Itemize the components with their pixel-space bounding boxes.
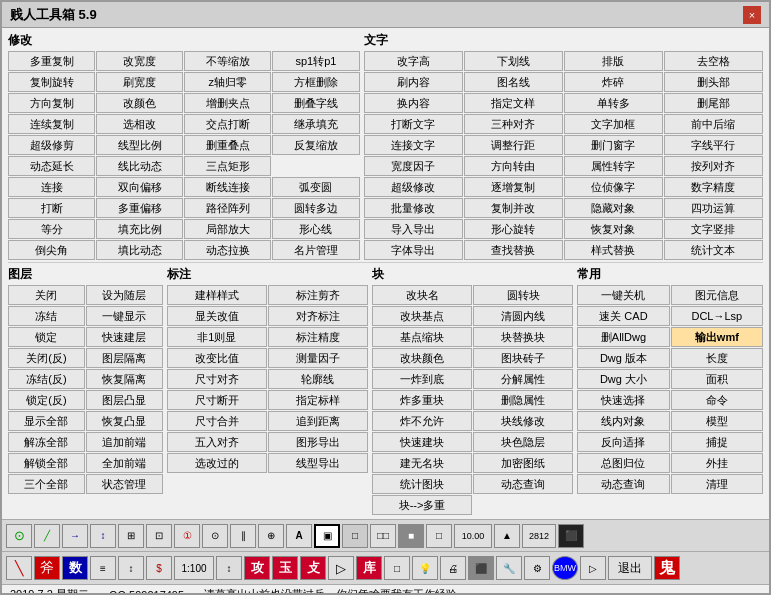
list-item[interactable]: 局部放大 [184,219,271,239]
list-item[interactable]: 增删夹点 [184,93,271,113]
list-item[interactable]: 形心线 [272,219,359,239]
list-item[interactable]: 清圆内线 [473,306,573,326]
list-item[interactable]: 面积 [671,369,763,389]
list-item[interactable]: 炸不允许 [372,411,472,431]
list-item[interactable]: 建无名块 [372,453,472,473]
close-button[interactable]: × [743,6,761,24]
list-item[interactable]: 标注精度 [268,327,368,347]
list-item[interactable]: 三种对齐 [464,114,563,134]
list-item[interactable]: 方向转由 [464,156,563,176]
list-item[interactable]: 四功运算 [664,198,763,218]
list-item[interactable]: 测量因子 [268,348,368,368]
list-item[interactable]: 改块基点 [372,306,472,326]
tb2-slash[interactable]: ╲ [6,556,32,580]
list-item[interactable]: 一键显示 [86,306,163,326]
list-item[interactable]: 统计文本 [664,240,763,260]
list-item[interactable]: 指定标样 [268,390,368,410]
list-item[interactable]: 名片管理 [272,240,359,260]
tb-line[interactable]: ╱ [34,524,60,548]
tb-num2[interactable]: 2812 [522,524,556,548]
list-item[interactable]: 连接文字 [364,135,463,155]
list-item[interactable]: 块色隐层 [473,432,573,452]
list-item[interactable]: 换内容 [364,93,463,113]
tb2-dollar[interactable]: $ [146,556,172,580]
list-item[interactable]: 超级修改 [364,177,463,197]
list-item[interactable]: 模型 [671,411,763,431]
list-item[interactable]: 多重复制 [8,51,95,71]
tb-sqr1[interactable]: ▣ [314,524,340,548]
list-item[interactable]: DCL→Lsp [671,306,763,326]
list-item[interactable]: 显关改值 [167,306,267,326]
list-item[interactable]: 线内对象 [577,411,669,431]
list-item[interactable]: 总图归位 [577,453,669,473]
list-item[interactable]: 块替换块 [473,327,573,347]
list-item[interactable]: 复制旋转 [8,72,95,92]
list-item[interactable]: 建样样式 [167,285,267,305]
list-item[interactable]: 文字加框 [564,114,663,134]
tb-box2[interactable]: ⊙ [202,524,228,548]
list-item[interactable]: 删隐属性 [473,390,573,410]
list-item[interactable]: 排版 [564,51,663,71]
list-item[interactable]: 关闭(反) [8,348,85,368]
list-item[interactable]: 锁定 [8,327,85,347]
list-item[interactable]: 三点矩形 [184,156,271,176]
list-item[interactable]: 追到距离 [268,411,368,431]
list-item[interactable]: 设为随层 [86,285,163,305]
list-item[interactable]: 改块颜色 [372,348,472,368]
list-item[interactable]: 下划线 [464,51,563,71]
list-item[interactable]: 显示全部 [8,411,85,431]
list-item[interactable]: 改颜色 [96,93,183,113]
list-item[interactable]: 速关 CAD [577,306,669,326]
tb-updown[interactable]: ↕ [90,524,116,548]
list-item[interactable]: 一键关机 [577,285,669,305]
tb2-tri[interactable]: ▷ [328,556,354,580]
tb2-axe[interactable]: 斧 [34,556,60,580]
list-item[interactable]: 连接 [8,177,95,197]
list-item[interactable]: 尺寸对齐 [167,369,267,389]
list-item[interactable]: 关闭 [8,285,85,305]
list-item[interactable]: Dwg 版本 [577,348,669,368]
list-item[interactable]: 交点打断 [184,114,271,134]
list-item[interactable]: 按列对齐 [664,156,763,176]
tb2-frame[interactable]: □ [384,556,410,580]
tb-tri[interactable]: ▲ [494,524,520,548]
list-item[interactable]: 块线修改 [473,411,573,431]
tb2-printer[interactable]: 🖨 [440,556,466,580]
list-item[interactable]: 解冻全部 [8,432,85,452]
tb-num1[interactable]: 10.00 [454,524,492,548]
list-item[interactable]: 加密图纸 [473,453,573,473]
tb-plus[interactable]: ⊕ [258,524,284,548]
list-item[interactable]: 清理 [671,474,763,494]
list-item[interactable]: 删门窗字 [564,135,663,155]
tb-blk[interactable]: ⬛ [558,524,584,548]
list-item[interactable]: 炸多重块 [372,390,472,410]
list-item[interactable]: 刷宽度 [96,72,183,92]
tb2-bmw[interactable]: BMW [552,556,578,580]
list-item[interactable]: 等分 [8,219,95,239]
list-item[interactable]: 图层隔离 [86,348,163,368]
list-item[interactable]: 不等缩放 [184,51,271,71]
list-item[interactable]: 对齐标注 [268,306,368,326]
list-item[interactable]: 动态查询 [577,474,669,494]
list-item[interactable]: 捕捉 [671,432,763,452]
list-item[interactable]: 圆转块 [473,285,573,305]
list-item[interactable]: 输出wmf [671,327,763,347]
tb2-ghost[interactable]: 鬼 [654,556,680,580]
list-item[interactable]: 路径阵列 [184,198,271,218]
list-item[interactable]: 多重偏移 [96,198,183,218]
list-item[interactable]: 指定文样 [464,93,563,113]
list-item[interactable]: 改宽度 [96,51,183,71]
list-item[interactable]: 五入对齐 [167,432,267,452]
list-item[interactable]: 线型导出 [268,453,368,473]
list-item[interactable]: 批量修改 [364,198,463,218]
list-item[interactable]: 单转多 [564,93,663,113]
list-item[interactable]: 方框删除 [272,72,359,92]
list-item[interactable]: 恢复凸显 [86,411,163,431]
tb2-ud[interactable]: ↕ [118,556,144,580]
list-item[interactable]: 查找替换 [464,240,563,260]
list-item[interactable]: 快速建块 [372,432,472,452]
list-item[interactable]: 动态延长 [8,156,95,176]
list-item[interactable]: 动态拉换 [184,240,271,260]
list-item[interactable]: Dwg 大小 [577,369,669,389]
list-item[interactable]: 去空格 [664,51,763,71]
